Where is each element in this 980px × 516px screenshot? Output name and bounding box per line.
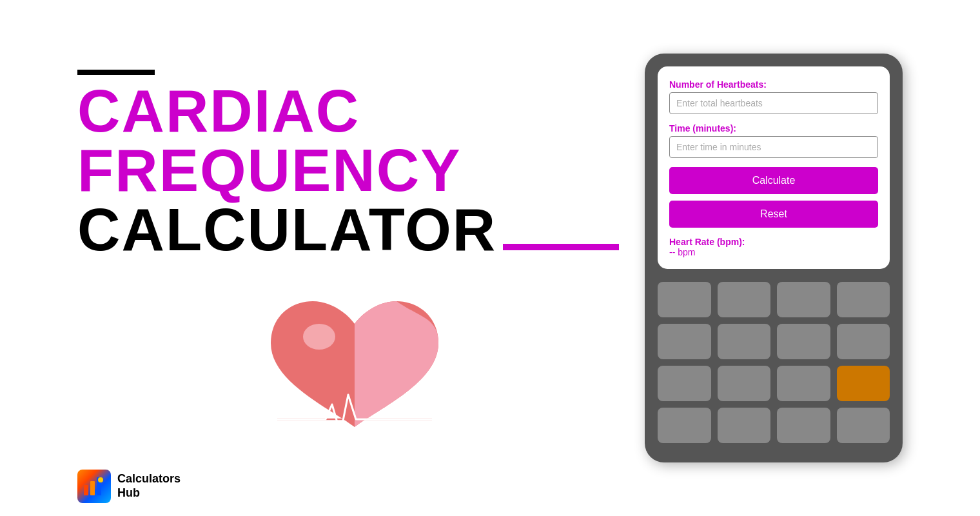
logo: Calculators Hub (77, 470, 181, 503)
accent-bar-top (77, 70, 155, 75)
svg-rect-5 (90, 481, 95, 495)
heart-svg (251, 279, 458, 459)
key-9[interactable] (658, 366, 711, 401)
key-10[interactable] (718, 366, 771, 401)
heartbeats-input[interactable] (669, 92, 878, 114)
key-14[interactable] (777, 408, 830, 443)
heartbeats-label: Number of Heartbeats: (669, 79, 878, 90)
key-3[interactable] (777, 282, 830, 317)
key-4[interactable] (837, 282, 890, 317)
calculate-button[interactable]: Calculate (669, 167, 878, 194)
key-13[interactable] (718, 408, 771, 443)
reset-button[interactable]: Reset (669, 201, 878, 228)
left-section: CARDIAC FREQUENCY CALCULATOR (39, 0, 632, 516)
key-6[interactable] (718, 324, 771, 359)
calculator-body: Number of Heartbeats: Time (minutes): Ca… (645, 54, 903, 462)
logo-name-top: Calculators (117, 472, 181, 486)
key-orange[interactable] (837, 366, 890, 401)
time-label: Time (minutes): (669, 123, 878, 134)
right-section: Number of Heartbeats: Time (minutes): Ca… (632, 54, 941, 462)
result-value: -- bpm (669, 247, 878, 257)
svg-rect-4 (84, 485, 88, 495)
accent-bar-bottom (503, 244, 619, 250)
key-2[interactable] (718, 282, 771, 317)
heart-illustration (77, 279, 632, 459)
svg-point-2 (303, 324, 335, 350)
title-line3-text: CALCULATOR (77, 200, 496, 259)
title-line1: CARDIAC (77, 81, 632, 141)
svg-point-7 (98, 477, 103, 482)
key-12[interactable] (658, 408, 711, 443)
key-1[interactable] (658, 282, 711, 317)
logo-text: Calculators Hub (117, 472, 181, 500)
key-7[interactable] (777, 324, 830, 359)
keypad (658, 282, 890, 443)
key-11[interactable] (777, 366, 830, 401)
title-line3: CALCULATOR (77, 200, 632, 259)
key-5[interactable] (658, 324, 711, 359)
logo-icon (77, 470, 111, 503)
result-label: Heart Rate (bpm): (669, 237, 878, 247)
title-line2: FREQUENCY (77, 141, 632, 200)
time-input[interactable] (669, 136, 878, 158)
logo-name-bottom: Hub (117, 486, 181, 501)
key-15[interactable] (837, 408, 890, 443)
key-8[interactable] (837, 324, 890, 359)
calculator-screen: Number of Heartbeats: Time (minutes): Ca… (658, 66, 890, 269)
